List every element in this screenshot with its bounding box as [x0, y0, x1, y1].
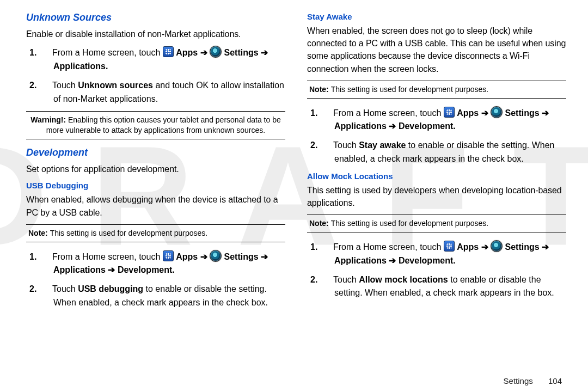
settings-label: Settings — [224, 48, 259, 57]
note-text: This setting is used for development pur… — [331, 219, 489, 228]
step-number: 1. — [322, 107, 333, 120]
right-column: Stay Awake When enabled, the screen does… — [307, 10, 566, 385]
settings-label: Settings — [224, 252, 259, 261]
step-number: 1. — [41, 250, 52, 264]
footer-section: Settings — [504, 376, 533, 385]
step-text: Touch — [333, 275, 359, 284]
arrow-icon: ➔ — [479, 242, 491, 252]
warning-box: Warning!: Enabling this option causes yo… — [26, 111, 285, 139]
apps-label: Apps — [176, 48, 198, 57]
step-number: 1. — [41, 46, 52, 60]
bold-text: Allow mock locations — [359, 275, 448, 284]
footer-page-number: 104 — [548, 376, 562, 385]
step-text: From a Home screen, touch — [52, 252, 163, 261]
list-item: 1.From a Home screen, touch Apps ➔ Setti… — [333, 240, 566, 268]
step-number: 2. — [322, 139, 333, 152]
list-item: 1.From a Home screen, touch Apps ➔ Setti… — [333, 106, 566, 134]
left-column: Unknown Sources Enable or disable instal… — [26, 10, 285, 385]
heading-stay-awake: Stay Awake — [307, 12, 566, 21]
apps-icon — [444, 241, 455, 252]
stay-awake-steps: 1.From a Home screen, touch Apps ➔ Setti… — [307, 106, 566, 166]
note-text: This setting is used for development pur… — [50, 229, 208, 237]
apps-icon — [163, 46, 174, 57]
step-number: 2. — [41, 283, 52, 296]
settings-icon — [210, 46, 222, 58]
arrow-icon: ➔ — [479, 108, 491, 118]
bold-text: USB debugging — [78, 284, 143, 293]
list-item: 1.From a Home screen, touch Apps ➔ Setti… — [52, 250, 285, 278]
list-item: 2.Touch Stay awake to enable or disable … — [333, 139, 566, 166]
list-item: 2.Touch USB debugging to enable or disab… — [52, 283, 285, 310]
heading-development: Development — [26, 147, 285, 158]
note-text: This setting is used for development pur… — [331, 85, 489, 94]
apps-icon — [444, 107, 455, 118]
heading-unknown-sources: Unknown Sources — [26, 12, 285, 23]
step-text: From a Home screen, touch — [333, 108, 444, 118]
list-item: 2.Touch Allow mock locations to enable o… — [333, 273, 566, 301]
settings-icon — [491, 240, 503, 252]
apps-label: Apps — [176, 252, 198, 261]
step-number: 2. — [41, 79, 52, 93]
list-item: 1.From a Home screen, touch Apps ➔ Setti… — [52, 46, 285, 74]
note-label: Note: — [309, 219, 331, 228]
note-label: Note: — [28, 229, 50, 237]
apps-icon — [163, 250, 174, 261]
step-text: From a Home screen, touch — [52, 48, 163, 57]
heading-usb-debugging: USB Debugging — [26, 181, 285, 190]
apps-label: Apps — [457, 242, 479, 252]
arrow-icon: ➔ — [198, 48, 210, 57]
bold-text: Stay awake — [359, 140, 406, 150]
settings-label: Settings — [505, 108, 540, 118]
warning-label: Warning!: — [30, 115, 68, 124]
list-item: 2.Touch Unknown sources and touch OK to … — [52, 79, 285, 106]
warning-text: Enabling this option causes your tablet … — [46, 115, 281, 134]
mock-locations-desc: This setting is used by developers when … — [307, 184, 566, 209]
page-content: Unknown Sources Enable or disable instal… — [0, 0, 588, 392]
usb-debugging-steps: 1.From a Home screen, touch Apps ➔ Setti… — [26, 250, 285, 310]
step-text: Touch — [52, 81, 78, 90]
settings-label: Settings — [505, 242, 540, 252]
mock-locations-steps: 1.From a Home screen, touch Apps ➔ Setti… — [307, 240, 566, 300]
heading-mock-locations: Allow Mock Locations — [307, 171, 566, 181]
step-text: Touch — [52, 284, 78, 293]
bold-text: Unknown sources — [78, 81, 153, 90]
note-box: Note: This setting is used for developme… — [307, 81, 566, 99]
note-label: Note: — [309, 85, 331, 94]
step-number: 2. — [322, 273, 333, 287]
unknown-sources-desc: Enable or disable installation of non-Ma… — [26, 28, 285, 40]
step-text: From a Home screen, touch — [333, 242, 444, 252]
step-number: 1. — [322, 241, 333, 254]
note-box: Note: This setting is used for developme… — [307, 215, 566, 232]
note-box: Note: This setting is used for developme… — [26, 224, 285, 242]
usb-debugging-desc: When enabled, allows debugging when the … — [26, 193, 285, 218]
apps-label: Apps — [457, 108, 479, 118]
development-desc: Set options for application development. — [26, 163, 285, 175]
settings-icon — [491, 106, 503, 118]
page-footer: Settings 104 — [504, 376, 562, 385]
arrow-icon: ➔ — [198, 252, 210, 261]
settings-icon — [210, 250, 222, 262]
step-text: Touch — [333, 140, 359, 150]
unknown-sources-steps: 1.From a Home screen, touch Apps ➔ Setti… — [26, 46, 285, 106]
stay-awake-desc: When enabled, the screen does not go to … — [307, 24, 566, 75]
